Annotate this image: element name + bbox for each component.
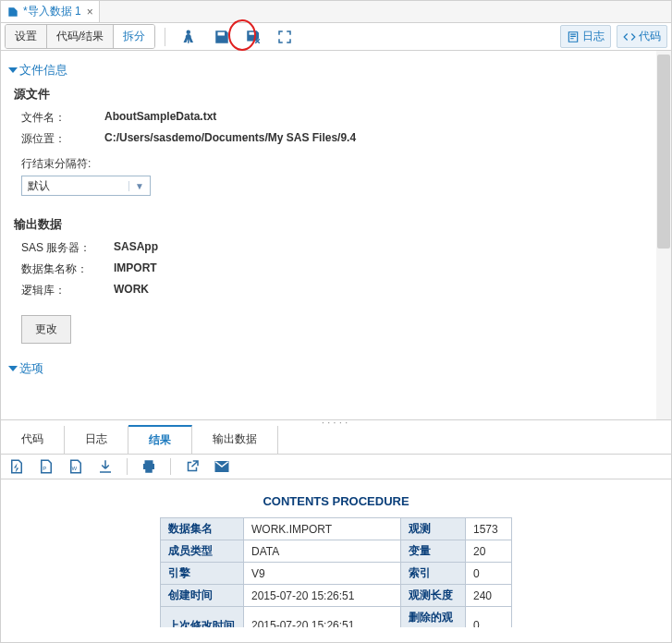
- server-label: SAS 服务器：: [21, 240, 114, 256]
- code-icon: [623, 30, 636, 43]
- proc-value: 240: [466, 585, 512, 607]
- svg-text:P: P: [43, 466, 46, 471]
- section-file-info-label: 文件信息: [19, 62, 67, 79]
- table-row: 创建时间2015-07-20 15:26:51观测长度240: [161, 585, 512, 607]
- proc-title: CONTENTS PROCEDURE: [14, 494, 658, 508]
- filename-value: AboutSampleData.txt: [104, 110, 216, 126]
- btab-result[interactable]: 结果: [128, 425, 192, 454]
- dsname-row: 数据集名称： IMPORT: [21, 261, 662, 277]
- lib-row: 逻辑库： WORK: [21, 283, 662, 298]
- tab-split[interactable]: 拆分: [114, 25, 154, 48]
- btab-code[interactable]: 代码: [1, 426, 65, 454]
- proc-label: 创建时间: [161, 585, 244, 607]
- separator: [127, 458, 128, 475]
- row-delim-select[interactable]: 默认 ▼: [21, 176, 151, 196]
- section-file-info[interactable]: 文件信息: [10, 62, 662, 79]
- output-data-heading: 输出数据: [14, 216, 662, 233]
- export-rtf-icon[interactable]: W: [67, 458, 84, 475]
- table-row: 成员类型DATA变量20: [161, 540, 512, 563]
- scrollbar[interactable]: [656, 51, 671, 419]
- run-icon[interactable]: [182, 29, 199, 45]
- server-value: SASApp: [114, 240, 158, 256]
- log-button[interactable]: 日志: [560, 25, 611, 48]
- fullscreen-icon[interactable]: [276, 29, 293, 45]
- download-icon[interactable]: [97, 458, 114, 475]
- source-loc-label: 源位置：: [21, 131, 104, 147]
- chevron-down-icon: ▼: [128, 181, 144, 191]
- document-tab[interactable]: *导入数据 1 ×: [1, 1, 100, 22]
- lib-value: WORK: [114, 283, 149, 298]
- proc-value: 1573: [466, 518, 512, 540]
- proc-value: WORK.IMPORT: [244, 518, 401, 540]
- separator: [170, 458, 171, 475]
- code-button-label: 代码: [639, 29, 661, 44]
- row-delim-value: 默认: [28, 178, 50, 194]
- proc-label: 数据集名: [161, 518, 244, 540]
- settings-pane: 文件信息 源文件 文件名： AboutSampleData.txt 源位置： C…: [1, 51, 671, 420]
- dsname-label: 数据集名称：: [21, 261, 114, 277]
- export-pdf-icon[interactable]: P: [38, 458, 55, 475]
- btab-log[interactable]: 日志: [65, 426, 128, 454]
- view-tab-group: 设置 代码/结果 拆分: [5, 24, 155, 49]
- proc-label: 上次修改时间: [161, 607, 244, 628]
- proc-value: DATA: [244, 540, 401, 563]
- main-toolbar: 设置 代码/结果 拆分 日志 代码: [1, 23, 671, 51]
- proc-value: 2015-07-20 15:26:51: [244, 607, 401, 628]
- table-row: 数据集名WORK.IMPORT观测1573: [161, 518, 512, 540]
- row-delim-label: 行结束分隔符:: [21, 156, 662, 172]
- server-row: SAS 服务器： SASApp: [21, 240, 662, 256]
- log-icon: [567, 30, 580, 43]
- log-button-label: 日志: [582, 29, 605, 44]
- dsname-value: IMPORT: [114, 261, 157, 277]
- close-icon[interactable]: ×: [87, 6, 93, 18]
- result-toolbar: P W: [1, 455, 671, 479]
- document-tab-title: *导入数据 1: [23, 4, 81, 19]
- proc-value: 0: [466, 607, 512, 628]
- section-options-label: 选项: [19, 360, 43, 377]
- section-options[interactable]: 选项: [10, 360, 662, 377]
- save-icon[interactable]: [214, 29, 230, 45]
- proc-label: 删除的观测: [401, 607, 466, 628]
- proc-label: 观测: [401, 518, 466, 540]
- document-tab-bar: *导入数据 1 ×: [1, 1, 671, 23]
- proc-contents-table: 数据集名WORK.IMPORT观测1573成员类型DATA变量20引擎V9索引0…: [160, 517, 512, 627]
- source-loc-value: C:/Users/sasdemo/Documents/My SAS Files/…: [104, 131, 356, 147]
- proc-value: 0: [466, 563, 512, 585]
- source-loc-row: 源位置： C:/Users/sasdemo/Documents/My SAS F…: [21, 131, 662, 147]
- source-file-heading: 源文件: [14, 86, 662, 103]
- table-row: 引擎V9索引0: [161, 563, 512, 585]
- export-html-icon[interactable]: [8, 458, 25, 475]
- filename-row: 文件名： AboutSampleData.txt: [21, 110, 662, 126]
- proc-value: V9: [244, 563, 401, 585]
- proc-value: 20: [466, 540, 512, 563]
- open-new-icon[interactable]: [184, 458, 201, 475]
- btab-output[interactable]: 输出数据: [192, 426, 278, 454]
- table-row: 上次修改时间2015-07-20 15:26:51删除的观测0: [161, 607, 512, 628]
- result-pane: CONTENTS PROCEDURE 数据集名WORK.IMPORT观测1573…: [1, 479, 671, 627]
- proc-label: 成员类型: [161, 540, 244, 563]
- import-icon: [6, 6, 19, 18]
- svg-text:W: W: [72, 466, 78, 471]
- tab-settings[interactable]: 设置: [6, 25, 47, 48]
- proc-label: 变量: [401, 540, 466, 563]
- proc-label: 引擎: [161, 563, 244, 585]
- lib-label: 逻辑库：: [21, 283, 114, 298]
- change-button[interactable]: 更改: [21, 315, 71, 344]
- scrollbar-thumb[interactable]: [657, 55, 670, 249]
- change-button-label: 更改: [35, 322, 57, 335]
- email-icon[interactable]: [214, 458, 230, 475]
- proc-label: 观测长度: [401, 585, 466, 607]
- filename-label: 文件名：: [21, 110, 104, 126]
- code-button[interactable]: 代码: [617, 25, 667, 48]
- tab-code-result[interactable]: 代码/结果: [47, 25, 114, 48]
- save-as-icon[interactable]: [245, 29, 262, 45]
- print-icon[interactable]: [141, 458, 157, 475]
- bottom-tab-bar: 代码 日志 结果 输出数据: [1, 426, 671, 455]
- separator: [165, 28, 165, 46]
- proc-label: 索引: [401, 563, 466, 585]
- svg-point-0: [187, 30, 191, 34]
- proc-value: 2015-07-20 15:26:51: [244, 585, 401, 607]
